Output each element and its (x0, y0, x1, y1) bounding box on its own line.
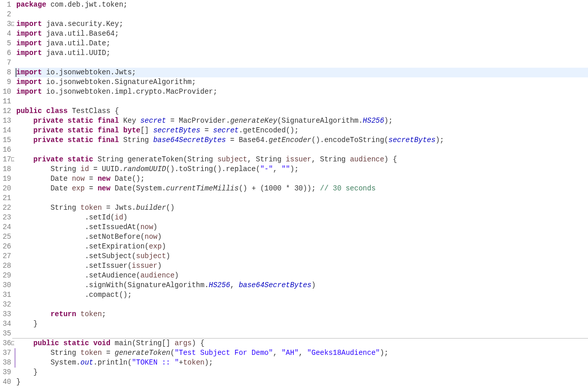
code-line[interactable]: System.out.println("TOKEN :: "+token); (14, 358, 588, 368)
line-number[interactable]: 13 (0, 116, 14, 126)
line-number[interactable]: 20 (0, 184, 14, 193)
code-line[interactable]: public static void main(String[] args) { (14, 339, 588, 348)
code-line[interactable]: } (14, 377, 588, 387)
code-editor[interactable]: 123-4567891011121314151617-1819202122232… (0, 0, 588, 391)
line-number[interactable]: 3- (0, 19, 14, 29)
code-line[interactable] (12, 329, 588, 339)
code-line[interactable]: String token = generateToken("Test Subje… (14, 348, 588, 358)
line-number[interactable]: 19 (0, 174, 14, 184)
code-line[interactable]: return token; (14, 310, 588, 319)
code-line[interactable]: String token = Jwts.builder() (14, 203, 588, 213)
line-number[interactable]: 11 (0, 97, 14, 106)
line-number[interactable]: 25 (0, 232, 14, 242)
code-line[interactable]: .setId(id) (14, 213, 588, 222)
code-line[interactable]: import java.util.UUID; (14, 48, 588, 58)
code-line[interactable]: private static final Key secret = MacPro… (14, 116, 588, 126)
code-line[interactable] (14, 10, 588, 19)
change-marker (14, 358, 16, 368)
line-number[interactable]: 17- (0, 155, 14, 164)
code-line[interactable]: import io.jsonwebtoken.SignatureAlgorith… (14, 77, 588, 87)
code-line[interactable]: import java.util.Base64; (14, 29, 588, 39)
line-number[interactable]: 26 (0, 242, 14, 252)
line-number[interactable]: 21 (0, 193, 14, 203)
line-number[interactable]: 1 (0, 0, 14, 10)
text-cursor (16, 68, 16, 77)
code-line[interactable] (14, 145, 588, 155)
line-number[interactable]: 7 (0, 58, 14, 68)
line-number[interactable]: 22 (0, 203, 14, 213)
code-line[interactable]: .setAudience(audience) (14, 271, 588, 281)
line-number[interactable]: 31 (0, 290, 14, 300)
code-line[interactable]: package com.deb.jwt.token; (14, 0, 588, 10)
code-line[interactable]: .setIssuer(issuer) (14, 261, 588, 271)
line-number[interactable]: 36- (0, 339, 14, 348)
line-number[interactable]: 40 (0, 377, 14, 387)
line-number[interactable]: 23 (0, 213, 14, 222)
code-line[interactable]: private static final byte[] secretBytes … (14, 126, 588, 135)
line-number[interactable]: 16 (0, 145, 14, 155)
line-number[interactable]: 29 (0, 271, 14, 281)
code-line[interactable]: private static final String base64Secret… (14, 135, 588, 145)
code-line[interactable]: String id = UUID.randomUUID().toString()… (14, 164, 588, 174)
code-line[interactable] (14, 300, 588, 310)
line-number[interactable]: 32 (0, 300, 14, 310)
code-line[interactable] (14, 58, 588, 68)
line-number[interactable]: 9 (0, 77, 14, 87)
line-number[interactable]: 24 (0, 222, 14, 232)
code-line[interactable]: .setExpiration(exp) (14, 242, 588, 252)
line-number[interactable]: 15 (0, 135, 14, 145)
line-number[interactable]: 14 (0, 126, 14, 135)
line-number[interactable]: 37 (0, 348, 14, 358)
code-line[interactable]: .signWith(SignatureAlgorithm.HS256, base… (14, 281, 588, 290)
code-line[interactable]: import java.security.Key; (14, 19, 588, 29)
code-line[interactable]: .setNotBefore(now) (14, 232, 588, 242)
change-marker (14, 348, 16, 358)
code-content-area[interactable]: package com.deb.jwt.token;import java.se… (14, 0, 588, 391)
code-line[interactable]: .setSubject(subject) (14, 252, 588, 261)
code-line[interactable]: import io.jsonwebtoken.Jwts; (14, 68, 588, 77)
code-line[interactable] (14, 193, 588, 203)
line-number[interactable]: 39 (0, 368, 14, 377)
line-number[interactable]: 27 (0, 252, 14, 261)
code-line[interactable] (14, 97, 588, 106)
line-number[interactable]: 33 (0, 310, 14, 319)
line-number[interactable]: 28 (0, 261, 14, 271)
line-number[interactable]: 5 (0, 39, 14, 48)
line-number[interactable]: 18 (0, 164, 14, 174)
code-line[interactable]: public class TestClass { (14, 106, 588, 116)
line-number[interactable]: 30 (0, 281, 14, 290)
code-line[interactable]: } (14, 368, 588, 377)
code-line[interactable]: Date exp = new Date(System.currentTimeMi… (14, 184, 588, 193)
code-line[interactable]: import io.jsonwebtoken.impl.crypto.MacPr… (14, 87, 588, 97)
line-number[interactable]: 6 (0, 48, 14, 58)
code-line[interactable]: import java.util.Date; (14, 39, 588, 48)
code-line[interactable]: Date now = new Date(); (14, 174, 588, 184)
code-line[interactable]: .setIssuedAt(now) (14, 222, 588, 232)
code-line[interactable]: private static String generateToken(Stri… (14, 155, 588, 164)
line-number[interactable]: 34 (0, 319, 14, 329)
line-number[interactable]: 8 (0, 68, 14, 77)
line-number[interactable]: 38 (0, 358, 14, 368)
code-line[interactable]: } (14, 319, 588, 329)
line-number[interactable]: 2 (0, 10, 14, 19)
line-number[interactable]: 12 (0, 106, 14, 116)
line-number[interactable]: 4 (0, 29, 14, 39)
code-line[interactable]: .compact(); (14, 290, 588, 300)
line-number[interactable]: 10 (0, 87, 14, 97)
